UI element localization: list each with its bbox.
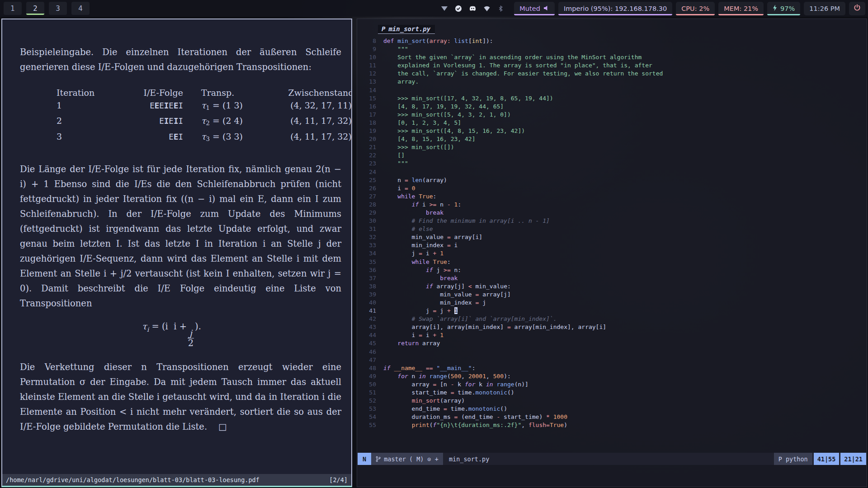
pdf-statusbar: /home/narl/gdrive/uni/algodat/loesungen/… (2, 474, 351, 486)
code-line[interactable]: 12 the call, `array` is changed. For eas… (357, 70, 867, 78)
battery-module[interactable]: 97% (767, 2, 800, 15)
line-number: 34 (357, 249, 383, 258)
code-line[interactable]: 54 duration_ms = (end_time - start_time)… (357, 413, 867, 421)
code-line[interactable]: 46 (357, 348, 867, 356)
code-line[interactable]: 50 array = [n - k for k in range(n)] (357, 380, 867, 389)
code-line[interactable]: 51 start_time = time.monotonic() (357, 389, 867, 397)
pdf-page-indicator: [2/4] (329, 476, 348, 483)
code-line[interactable]: 16 [4, 8, 17, 19, 19, 32, 44, 65] (357, 103, 867, 111)
code-line[interactable]: 27 while True: (357, 192, 867, 201)
pdf-table: Iteration I/E-Folge Transp. Zwischenstan… (57, 86, 341, 145)
code-line[interactable]: 24 (357, 168, 867, 176)
line-number: 10 (357, 53, 383, 61)
code-area[interactable]: 8def min_sort(array: list[int]):9 """10 … (357, 37, 867, 430)
code-line[interactable]: 31 # else (357, 225, 867, 233)
code-line-text: """ (383, 45, 408, 53)
code-line[interactable]: 40 min_index = j (357, 299, 867, 307)
workspace-button-2[interactable]: 2 (26, 2, 44, 15)
code-line[interactable]: 9 """ (357, 45, 867, 53)
code-line[interactable]: 38 if array[j] < min_value: (357, 282, 867, 291)
code-line-text: for n in range(500, 20001, 500): (383, 372, 511, 380)
code-line[interactable]: 29 break (357, 209, 867, 217)
code-line[interactable]: 10 Sort the given `array` in ascending o… (357, 53, 867, 61)
power-button[interactable] (849, 2, 865, 15)
code-line[interactable]: 48if __name__ == "__main__": (357, 364, 867, 372)
code-line[interactable]: 14 (357, 86, 867, 94)
code-line[interactable]: 41 j = j + 1 (357, 307, 867, 315)
line-number: 48 (357, 364, 383, 372)
code-line[interactable]: 20 [4, 8, 15, 16, 23, 42] (357, 135, 867, 143)
code-line[interactable]: 18 [0, 1, 2, 3, 4, 5] (357, 119, 867, 127)
workspaces: 1234 (4, 2, 90, 15)
pdf-paragraph-conclusion: Die Verkettung dieser n Transpositionen … (20, 360, 341, 434)
line-number: 43 (357, 323, 383, 331)
code-line[interactable]: 8def min_sort(array: list[int]): (357, 37, 867, 45)
code-line[interactable]: 34 j = i + 1 (357, 249, 867, 258)
code-line-text: j = i + 1 (383, 249, 443, 258)
code-line[interactable]: 43 array[i], array[min_index] = array[mi… (357, 323, 867, 331)
workspace-button-3[interactable]: 3 (49, 2, 67, 15)
python-filetype-icon: P (778, 455, 782, 463)
code-line[interactable]: 32 min_value = array[i] (357, 233, 867, 241)
code-line[interactable]: 17 >>> min_sort([5, 4, 3, 2, 1, 0]) (357, 111, 867, 119)
table-cell-state: (4, 11, 17, 32) (272, 114, 351, 130)
line-number: 35 (357, 258, 383, 266)
code-line[interactable]: 36 if j >= n: (357, 266, 867, 274)
code-line[interactable]: 35 while True: (357, 258, 867, 266)
code-line[interactable]: 52 min_sort(array) (357, 397, 867, 405)
code-line[interactable]: 21 >>> min_sort([]) (357, 143, 867, 151)
pdf-page[interactable]: Beispieleingabe. Die einzelnen Iteration… (2, 19, 351, 474)
code-line[interactable]: 47 (357, 356, 867, 364)
code-line[interactable]: 37 break (357, 274, 867, 282)
code-line[interactable]: 49 for n in range(500, 20001, 500): (357, 372, 867, 380)
code-line[interactable]: 11 explained in Vorlesung 1. The array i… (357, 61, 867, 70)
table-cell-transposition: τ2 = (2 4) (183, 114, 272, 130)
volume-label: Muted (519, 5, 540, 12)
table-header-iteration: Iteration (57, 86, 129, 99)
bluetooth-icon[interactable] (497, 5, 504, 12)
memory-module[interactable]: MEM: 21% (718, 2, 764, 15)
code-line[interactable]: 15 >>> min_sort([17, 4, 32, 19, 8, 65, 1… (357, 94, 867, 103)
code-line[interactable]: 19 >>> min_sort([4, 8, 15, 16, 23, 42]) (357, 127, 867, 135)
formula-end: ). (195, 321, 201, 332)
filetype-label: python (786, 455, 808, 463)
code-line[interactable]: 44 i = i + 1 (357, 331, 867, 339)
workspace-button-1[interactable]: 1 (4, 2, 22, 15)
clock-module[interactable]: 11:26 PM (804, 2, 845, 15)
workspace-button-4[interactable]: 4 (71, 2, 90, 15)
code-line[interactable]: 55 print(f"{n}\t{duration_ms:.2f}", flus… (357, 421, 867, 429)
editor-tab[interactable]: Pmin_sort.py (378, 25, 435, 34)
volume-module[interactable]: Muted (514, 2, 555, 15)
code-line-text: [] (383, 151, 405, 160)
code-line[interactable]: 53 end_time = time.monotonic() (357, 405, 867, 413)
code-line[interactable]: 22 [] (357, 151, 867, 160)
line-number: 20 (357, 135, 383, 143)
code-line[interactable]: 25 n = len(array) (357, 176, 867, 184)
code-line[interactable]: 33 min_index = i (357, 241, 867, 249)
code-line[interactable]: 39 min_value = array[j] (357, 291, 867, 299)
line-number: 26 (357, 184, 383, 192)
code-line-text: explained in Vorlesung 1. The array is s… (383, 61, 652, 70)
wifi-icon[interactable] (483, 5, 491, 12)
formula-fraction: j2 (188, 328, 194, 348)
cpu-module[interactable]: CPU: 2% (676, 2, 715, 15)
line-number: 22 (357, 151, 383, 160)
code-line[interactable]: 42 # Swap `array[i]` and `array[min_inde… (357, 315, 867, 323)
network-module[interactable]: Imperio (95%): 192.168.178.30 (558, 2, 672, 15)
dropdown-triangle-icon[interactable] (441, 5, 448, 12)
line-number: 47 (357, 356, 383, 364)
line-number: 33 (357, 241, 383, 249)
code-line[interactable]: 28 if i >= n - 1: (357, 201, 867, 209)
editor-tab-filename: min_sort.py (388, 25, 430, 33)
code-line[interactable]: 30 # Find the minimum in array[i .. n - … (357, 217, 867, 225)
filetype-segment: P python (774, 453, 812, 465)
code-line[interactable]: 13 array. (357, 78, 867, 86)
discord-icon[interactable] (469, 5, 476, 12)
code-line[interactable]: 45 return array (357, 339, 867, 347)
line-number: 30 (357, 217, 383, 225)
code-line[interactable]: 26 i = 0 (357, 184, 867, 192)
table-cell-state: (4, 11, 17, 32) (272, 130, 351, 145)
verified-badge-icon[interactable] (455, 5, 462, 12)
code-line-text: if array[j] < min_value: (383, 282, 511, 291)
code-line[interactable]: 23 """ (357, 160, 867, 168)
